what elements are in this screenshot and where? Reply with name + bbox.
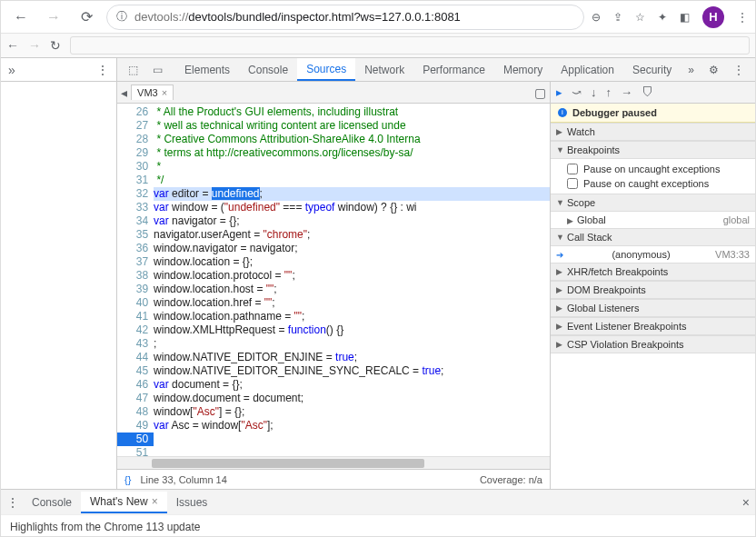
tab-performance[interactable]: Performance [413, 58, 494, 81]
page-forward-button[interactable]: → [28, 38, 41, 53]
drawer-tab-close-icon[interactable]: × [152, 495, 158, 508]
editor-status-bar: {} Line 33, Column 14 Coverage: n/a [117, 469, 550, 489]
step-out-icon[interactable]: ↑ [606, 85, 612, 99]
devtools-tabbar: ⬚ ▭ ElementsConsoleSourcesNetworkPerform… [117, 58, 755, 82]
address-bar[interactable]: ⓘ devtools://devtools/bundled/inspector.… [106, 5, 584, 30]
drawer-tab-issues[interactable]: Issues [167, 492, 217, 513]
deactivate-bp-icon[interactable]: ⛉ [642, 85, 653, 99]
tab-application[interactable]: Application [552, 58, 623, 81]
navigator-more-icon[interactable]: » [8, 63, 15, 77]
inspect-element-icon[interactable]: ⬚ [121, 58, 145, 81]
section-csp-bp[interactable]: ▶CSP Violation Breakpoints [551, 335, 755, 353]
scope-global-row[interactable]: ▶Global global [551, 212, 755, 228]
paused-banner: i Debugger paused [551, 104, 755, 123]
resume-icon[interactable]: ▸ [556, 85, 562, 99]
section-global-listeners[interactable]: ▶Global Listeners [551, 299, 755, 317]
zoom-icon[interactable]: ⊖ [592, 11, 601, 24]
tab-elements[interactable]: Elements [175, 58, 239, 81]
tab-console[interactable]: Console [239, 58, 297, 81]
forward-button[interactable]: → [41, 5, 66, 30]
settings-icon[interactable]: ⚙ [701, 58, 726, 81]
devtools-menu-icon[interactable]: ⋮ [726, 58, 751, 81]
step-icon[interactable]: → [621, 85, 632, 99]
step-into-icon[interactable]: ↓ [591, 85, 597, 99]
section-scope[interactable]: ▼Scope [551, 194, 755, 212]
drawer-tab-console[interactable]: Console [23, 492, 81, 513]
inspected-page-toolbar: ← → ↻ [1, 34, 755, 58]
extensions-icon[interactable]: ✦ [658, 11, 667, 24]
drawer-menu-icon[interactable]: ⋮ [6, 495, 19, 510]
tabs-overflow-icon[interactable]: » [681, 58, 701, 81]
avatar[interactable]: H [702, 6, 724, 28]
cursor-position: Line 33, Column 14 [140, 474, 226, 485]
page-url-input[interactable] [70, 36, 750, 55]
navigator-pane: » ⋮ [1, 58, 117, 489]
info-icon: ⓘ [116, 9, 127, 25]
navigator-menu-icon[interactable]: ⋮ [96, 63, 109, 77]
section-watch[interactable]: ▶Watch [551, 123, 755, 141]
pretty-print-icon[interactable]: {} [124, 474, 131, 485]
tab-sources[interactable]: Sources [297, 58, 355, 81]
editor-nav-left-icon[interactable]: ◂ [121, 85, 127, 100]
line-gutter[interactable]: 2627282930313233343536373839404142434445… [117, 104, 154, 456]
bookmark-icon[interactable]: ☆ [635, 11, 645, 24]
code-area[interactable]: * All the Product's GUI elements, includ… [154, 104, 550, 456]
tab-security[interactable]: Security [623, 58, 681, 81]
section-dom-bp[interactable]: ▶DOM Breakpoints [551, 281, 755, 299]
stack-frame-0[interactable]: (anonymous) VM3:33 [551, 246, 755, 263]
close-tab-icon[interactable]: × [162, 87, 167, 98]
drawer-tab-what-s-new[interactable]: What's New× [81, 492, 167, 513]
step-over-icon[interactable]: ⤻ [572, 85, 582, 99]
debugger-pane: ▸ ⤻ ↓ ↑ → ⛉ i Debugger paused ▶Watch ▼Br… [551, 82, 755, 489]
tab-network[interactable]: Network [355, 58, 413, 81]
panel-icon[interactable]: ◧ [680, 11, 690, 24]
section-breakpoints[interactable]: ▼Breakpoints [551, 141, 755, 159]
page-reload-button[interactable]: ↻ [50, 38, 61, 53]
info-dot-icon: i [558, 108, 567, 117]
coverage-label: Coverage: n/a [480, 474, 542, 485]
device-toggle-icon[interactable]: ▭ [145, 58, 170, 81]
drawer-tabbar: ⋮ ConsoleWhat's New×Issues × [1, 489, 755, 514]
tab-memory[interactable]: Memory [494, 58, 552, 81]
chk-caught[interactable]: Pause on caught exceptions [567, 176, 750, 191]
url-text: devtools://devtools/bundled/inspector.ht… [134, 10, 461, 24]
share-icon[interactable]: ⇪ [613, 11, 622, 24]
page-back-button[interactable]: ← [6, 38, 19, 53]
sources-editor: ◂ VM3 × ▢ 262728293031323334353637383940… [117, 82, 551, 489]
editor-tab-vm3[interactable]: VM3 × [131, 85, 174, 100]
editor-nav-right-icon[interactable]: ▢ [534, 85, 546, 100]
section-xhr-bp[interactable]: ▶XHR/fetch Breakpoints [551, 263, 755, 281]
drawer-close-icon[interactable]: × [742, 495, 750, 510]
reload-button[interactable]: ⟳ [74, 5, 99, 30]
chk-uncaught[interactable]: Pause on uncaught exceptions [567, 162, 750, 176]
section-callstack[interactable]: ▼Call Stack [551, 228, 755, 246]
section-event-bp[interactable]: ▶Event Listener Breakpoints [551, 317, 755, 335]
drawer-body: Highlights from the Chrome 113 update [1, 514, 755, 537]
browser-toolbar: ← → ⟳ ⓘ devtools://devtools/bundled/insp… [1, 1, 755, 34]
horizontal-scrollbar[interactable] [117, 456, 550, 469]
menu-icon[interactable]: ⋮ [737, 11, 748, 24]
back-button[interactable]: ← [8, 5, 34, 30]
